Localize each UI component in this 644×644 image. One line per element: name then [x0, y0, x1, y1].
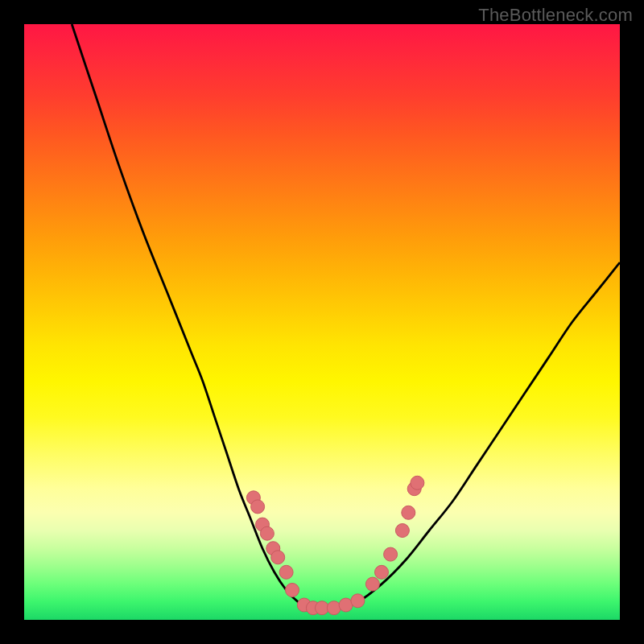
curve-marker: [271, 551, 285, 564]
watermark-text: TheBottleneck.com: [478, 5, 633, 26]
curve-markers: [246, 476, 424, 614]
bottleneck-curve: [72, 24, 620, 609]
curve-marker: [351, 594, 365, 608]
plot-area: [24, 24, 620, 620]
curve-marker: [411, 476, 424, 489]
curve-marker: [365, 577, 379, 591]
curve-layer: [24, 24, 620, 620]
curve-marker: [279, 565, 293, 579]
curve-marker: [402, 506, 415, 519]
curve-marker: [327, 601, 341, 615]
curve-marker: [251, 500, 265, 514]
curve-marker: [260, 526, 274, 540]
curve-marker: [395, 524, 409, 538]
curve-marker: [384, 547, 398, 561]
curve-marker: [286, 584, 299, 597]
chart-stage: TheBottleneck.com: [0, 0, 644, 644]
curve-marker: [375, 565, 389, 579]
